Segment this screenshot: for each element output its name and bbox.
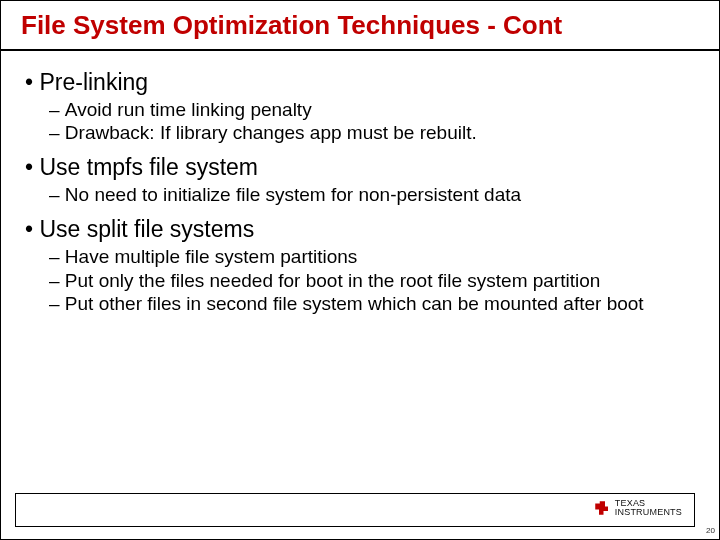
sub-text: Put other files in second file system wh… (65, 293, 644, 314)
sub-text: Put only the files needed for boot in th… (65, 270, 600, 291)
ti-logo-line2: INSTRUMENTS (615, 508, 682, 517)
sub-bullet: – Avoid run time linking penalty (49, 98, 695, 121)
sub-bullet: – Have multiple file system partitions (49, 245, 695, 268)
bullet-split-fs: • Use split file systems (25, 216, 695, 243)
footer-bar: TEXAS INSTRUMENTS (15, 493, 695, 527)
sub-text: No need to initialize file system for no… (65, 184, 521, 205)
bullet-marker: • (25, 216, 39, 243)
sub-bullet: – No need to initialize file system for … (49, 183, 695, 206)
dash-marker: – (49, 183, 65, 206)
sub-text: Have multiple file system partitions (65, 246, 358, 267)
dash-marker: – (49, 121, 65, 144)
sub-bullet: – Put other files in second file system … (49, 292, 695, 315)
dash-marker: – (49, 98, 65, 121)
bullet-label: Use tmpfs file system (39, 154, 258, 180)
bullet-label: Use split file systems (39, 216, 254, 242)
dash-marker: – (49, 269, 65, 292)
ti-logo-text: TEXAS INSTRUMENTS (615, 499, 682, 517)
bullet-tmpfs: • Use tmpfs file system (25, 154, 695, 181)
bullet-prelinking: • Pre-linking (25, 69, 695, 96)
slide-title: File System Optimization Techniques - Co… (1, 1, 719, 51)
slide-content: • Pre-linking – Avoid run time linking p… (1, 51, 719, 315)
bullet-marker: • (25, 69, 39, 96)
dash-marker: – (49, 292, 65, 315)
sub-text: Avoid run time linking penalty (65, 99, 312, 120)
bullet-label: Pre-linking (39, 69, 148, 95)
sub-bullet: – Put only the files needed for boot in … (49, 269, 695, 292)
ti-logo: TEXAS INSTRUMENTS (593, 499, 682, 517)
ti-chip-icon (593, 499, 611, 517)
dash-marker: – (49, 245, 65, 268)
bullet-marker: • (25, 154, 39, 181)
sub-bullet: – Drawback: If library changes app must … (49, 121, 695, 144)
slide: File System Optimization Techniques - Co… (0, 0, 720, 540)
page-number: 20 (706, 526, 715, 535)
sub-text: Drawback: If library changes app must be… (65, 122, 477, 143)
